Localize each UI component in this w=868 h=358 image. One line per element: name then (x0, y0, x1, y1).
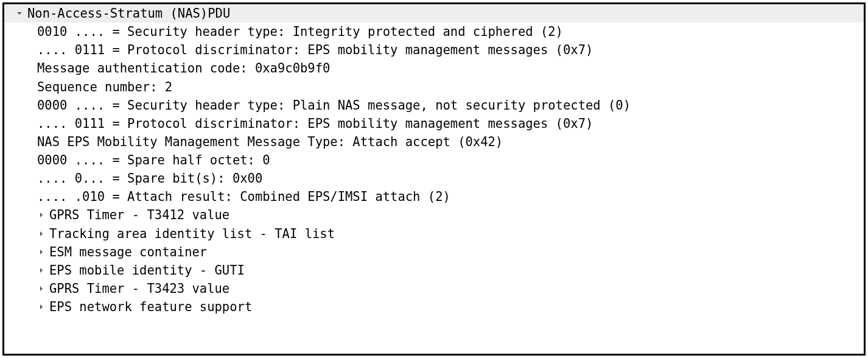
protocol-header-label: Non-Access-Stratum (NAS)PDU (27, 4, 230, 23)
field-value: 0010 .... = Security header type: Integr… (37, 23, 563, 41)
packet-details-panel: Non-Access-Stratum (NAS)PDU 0010 .... = … (2, 2, 866, 356)
subtree-label: ESM message container (49, 243, 207, 261)
field-row[interactable]: .... 0111 = Protocol discriminator: EPS … (4, 41, 864, 59)
subtree-label: GPRS Timer - T3412 value (49, 206, 229, 224)
subtree-row[interactable]: GPRS Timer - T3423 value (4, 279, 864, 298)
subtree-row[interactable]: GPRS Timer - T3412 value (4, 206, 864, 224)
expand-icon[interactable] (36, 247, 47, 258)
field-row[interactable]: Sequence number: 2 (4, 78, 864, 96)
field-value: 0000 .... = Security header type: Plain … (37, 96, 631, 114)
subtree-label: GPRS Timer - T3423 value (49, 279, 229, 298)
collapse-icon[interactable] (14, 8, 25, 19)
field-row[interactable]: .... .010 = Attach result: Combined EPS/… (4, 188, 864, 206)
subtree-label: EPS network feature support (49, 298, 252, 316)
field-value: .... 0... = Spare bit(s): 0x00 (37, 169, 262, 188)
subtree-label: EPS mobile identity - GUTI (49, 261, 245, 279)
expand-icon[interactable] (36, 209, 47, 220)
field-value: .... .010 = Attach result: Combined EPS/… (37, 188, 450, 206)
field-value: Message authentication code: 0xa9c0b9f0 (37, 59, 330, 77)
field-row[interactable]: Message authentication code: 0xa9c0b9f0 (4, 59, 864, 77)
expand-icon[interactable] (36, 228, 47, 239)
subtree-row[interactable]: EPS mobile identity - GUTI (4, 261, 864, 279)
field-value: Sequence number: 2 (37, 78, 172, 96)
field-row[interactable]: 0000 .... = Spare half octet: 0 (4, 151, 864, 169)
field-row[interactable]: 0010 .... = Security header type: Integr… (4, 23, 864, 41)
subtree-label: Tracking area identity list - TAI list (49, 225, 335, 243)
field-row[interactable]: .... 0... = Spare bit(s): 0x00 (4, 169, 864, 188)
expand-icon[interactable] (36, 283, 47, 294)
field-row[interactable]: NAS EPS Mobility Management Message Type… (4, 133, 864, 151)
field-row[interactable]: .... 0111 = Protocol discriminator: EPS … (4, 114, 864, 133)
field-value: .... 0111 = Protocol discriminator: EPS … (37, 41, 593, 59)
field-value: 0000 .... = Spare half octet: 0 (37, 151, 270, 169)
subtree-row[interactable]: ESM message container (4, 243, 864, 261)
subtree-row[interactable]: EPS network feature support (4, 298, 864, 316)
subtree-row[interactable]: Tracking area identity list - TAI list (4, 225, 864, 243)
expand-icon[interactable] (36, 265, 47, 276)
field-value: .... 0111 = Protocol discriminator: EPS … (37, 114, 593, 133)
protocol-header-row[interactable]: Non-Access-Stratum (NAS)PDU (4, 4, 864, 23)
field-row[interactable]: 0000 .... = Security header type: Plain … (4, 96, 864, 114)
field-value: NAS EPS Mobility Management Message Type… (37, 133, 503, 151)
expand-icon[interactable] (36, 301, 47, 312)
